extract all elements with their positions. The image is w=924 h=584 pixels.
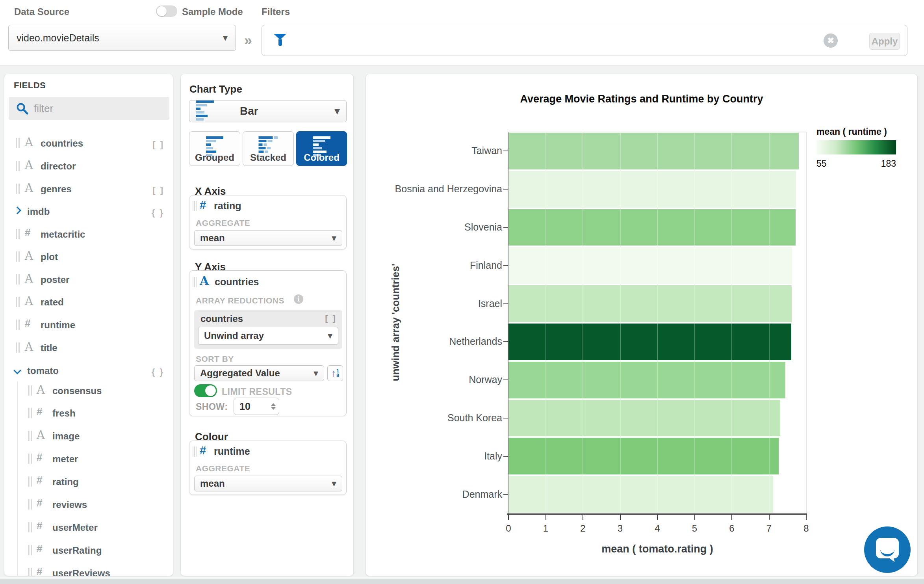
field-search-input[interactable]: filter	[9, 97, 169, 120]
field-row-image[interactable]: Aimage	[4, 428, 173, 448]
drag-handle-icon[interactable]	[16, 274, 20, 285]
colour-card: # runtime AGGREGATE mean ▾	[189, 441, 347, 495]
field-row-userRating[interactable]: #userRating	[4, 542, 173, 562]
field-row-poster[interactable]: Aposter	[4, 271, 173, 292]
mode-button-stacked[interactable]: Stacked	[243, 131, 294, 166]
bar-slovenia[interactable]	[508, 209, 796, 246]
field-label: consensus	[52, 385, 102, 396]
bar-taiwan[interactable]	[508, 133, 799, 169]
drag-handle-icon[interactable]	[16, 251, 20, 262]
field-row-userMeter[interactable]: #userMeter	[4, 519, 173, 539]
info-icon[interactable]: i	[294, 294, 303, 304]
bar-south-korea[interactable]	[508, 400, 780, 437]
chart-type-select[interactable]: Bar ▾	[189, 100, 347, 122]
x-tick	[694, 515, 695, 520]
drag-handle-icon[interactable]	[28, 545, 32, 555]
x-aggregate-select[interactable]: mean ▾	[194, 230, 342, 246]
category-label: Finland	[384, 260, 502, 271]
field-label: countries	[41, 138, 83, 149]
clear-filters-icon[interactable]: ✖	[824, 33, 838, 48]
string-type-icon: A	[25, 294, 33, 308]
field-row-rated[interactable]: Arated	[4, 294, 173, 314]
field-label: userRating	[52, 545, 102, 556]
type-badge: [ ]	[152, 139, 164, 150]
field-row-metacritic[interactable]: #metacritic	[4, 226, 173, 246]
bar-bosnia-and-herzegovina[interactable]	[508, 171, 796, 208]
field-row-plot[interactable]: Aplot	[4, 248, 173, 269]
drag-handle-icon[interactable]	[16, 184, 20, 194]
chevron-right-icon[interactable]	[13, 206, 21, 214]
chevron-down-icon: ▾	[223, 33, 228, 43]
field-row-fresh[interactable]: #fresh	[4, 405, 173, 425]
bar-netherlands[interactable]	[508, 324, 791, 360]
field-row-meter[interactable]: #meter	[4, 450, 173, 471]
apply-button[interactable]: Apply	[869, 33, 900, 50]
field-row-clipped-top[interactable]: { }	[4, 123, 173, 129]
field-row-genres[interactable]: Agenres[ ]	[4, 180, 173, 201]
drag-handle-icon[interactable]	[16, 138, 20, 148]
sort-by-select[interactable]: Aggregated Value ▾	[194, 365, 324, 381]
field-row-rating[interactable]: #rating	[4, 473, 173, 494]
mode-button-grouped[interactable]: Grouped	[189, 131, 240, 166]
gridline-overlay	[694, 132, 695, 513]
x-tick	[806, 515, 807, 520]
chat-bubble-tail-icon	[888, 556, 894, 564]
chart-type-value: Bar	[240, 105, 258, 117]
drag-handle-icon[interactable]	[193, 277, 197, 287]
data-source-select[interactable]: video.movieDetails ▾	[8, 25, 236, 51]
drag-handle-icon[interactable]	[28, 454, 32, 464]
field-row-countries[interactable]: Acountries[ ]	[4, 135, 173, 155]
field-row-reviews[interactable]: #reviews	[4, 496, 173, 517]
field-row-consensus[interactable]: Aconsensus	[4, 382, 173, 403]
filters-input[interactable]: ✖ Apply	[262, 25, 907, 56]
chevron-down-icon[interactable]	[13, 366, 21, 374]
fields-panel-title: FIELDS	[14, 80, 46, 91]
drag-handle-icon[interactable]	[16, 342, 20, 353]
drag-handle-icon[interactable]	[16, 320, 20, 330]
colour-aggregate-select[interactable]: mean ▾	[194, 476, 342, 491]
drag-handle-icon[interactable]	[28, 522, 32, 532]
array-reductions-label: ARRAY REDUCTIONS	[196, 296, 284, 305]
chart-preview-panel: Average Movie Ratings and Runtime by Cou…	[366, 74, 918, 576]
bar-denmark[interactable]	[508, 476, 773, 513]
drag-handle-icon[interactable]	[16, 229, 20, 239]
chat-launcher-button[interactable]	[864, 526, 911, 573]
show-count-input[interactable]: 10	[234, 398, 279, 415]
field-row-imdb[interactable]: imdb{ }	[4, 203, 173, 223]
y-axis-card: A countries ARRAY REDUCTIONS i countries…	[189, 270, 347, 416]
sample-mode-toggle[interactable]	[156, 6, 177, 17]
string-type-icon: A	[25, 340, 33, 353]
legend-gradient	[816, 140, 896, 154]
x-aggregate-value: mean	[200, 232, 225, 244]
field-label: imdb	[27, 206, 50, 217]
drag-handle-icon[interactable]	[28, 431, 32, 441]
bar-italy[interactable]	[508, 438, 779, 474]
drag-handle-icon[interactable]	[193, 201, 197, 211]
limit-results-toggle[interactable]	[194, 384, 217, 397]
show-label: SHOW:	[196, 402, 228, 412]
field-row-tomato[interactable]: tomato{ }	[4, 362, 173, 383]
field-row-runtime[interactable]: #runtime	[4, 316, 173, 337]
drag-handle-icon[interactable]	[16, 161, 20, 171]
bar-finland[interactable]	[508, 247, 792, 284]
sort-direction-button[interactable]: ↑ 19	[327, 365, 343, 381]
drag-handle-icon[interactable]	[28, 499, 32, 510]
stepper-icon[interactable]	[271, 403, 276, 410]
mode-button-colored[interactable]: Colored	[296, 131, 347, 166]
field-label: plot	[41, 251, 58, 262]
field-row-director[interactable]: Adirector	[4, 158, 173, 178]
bar-norway[interactable]	[508, 362, 785, 398]
drag-handle-icon[interactable]	[28, 408, 32, 418]
bar-israel[interactable]	[508, 285, 792, 322]
drag-handle-icon[interactable]	[28, 476, 32, 487]
field-row-title[interactable]: Atitle	[4, 339, 173, 360]
drag-handle-icon[interactable]	[28, 568, 32, 576]
drag-handle-icon[interactable]	[28, 385, 32, 396]
reduction-select[interactable]: Unwind array ▾	[198, 327, 338, 345]
array-reduction-box: countries [ ] Unwind array ▾	[194, 310, 342, 349]
aggregate-label: AGGREGATE	[196, 218, 250, 228]
drag-handle-icon[interactable]	[193, 446, 197, 457]
chart-builder-panel: Chart Type Bar ▾ GroupedStackedColored X…	[180, 74, 354, 576]
field-row-userReviews[interactable]: #userReviews	[4, 565, 173, 576]
drag-handle-icon[interactable]	[16, 297, 20, 307]
